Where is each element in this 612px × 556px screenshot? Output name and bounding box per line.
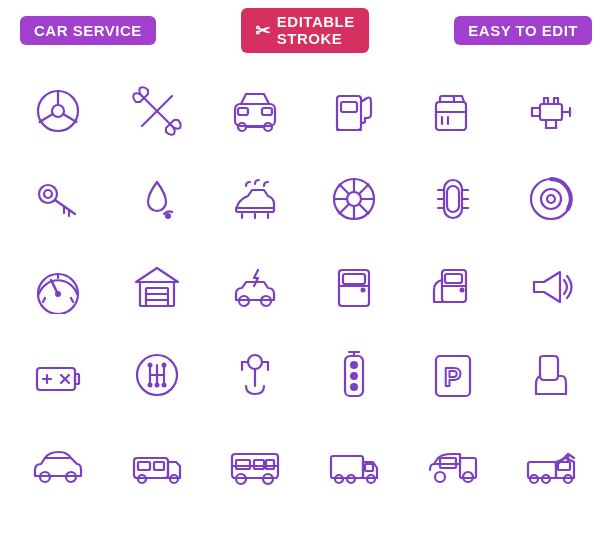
steering-wheel-icon	[10, 67, 106, 155]
oil-drop-icon	[109, 155, 205, 243]
svg-point-34	[44, 190, 52, 198]
svg-rect-118	[138, 462, 150, 470]
svg-point-63	[547, 195, 555, 203]
pickup-icon	[405, 419, 501, 507]
icons-grid: P	[0, 61, 612, 517]
svg-rect-9	[262, 108, 272, 115]
svg-point-94	[147, 363, 152, 368]
svg-line-51	[359, 185, 369, 195]
sedan-icon	[10, 419, 106, 507]
svg-rect-23	[544, 98, 548, 104]
gear-shift-icon	[207, 331, 303, 419]
seat-icon	[503, 331, 599, 419]
svg-rect-18	[440, 96, 454, 102]
wrench-cross-icon	[109, 67, 205, 155]
car-wash-icon	[207, 155, 303, 243]
svg-rect-22	[540, 104, 562, 120]
svg-point-1	[52, 105, 64, 117]
svg-rect-54	[447, 186, 459, 212]
gear-shift-circle-icon	[109, 331, 205, 419]
horn-icon	[503, 243, 599, 331]
svg-point-139	[435, 472, 445, 482]
engine-icon	[503, 67, 599, 155]
tire-icon	[405, 155, 501, 243]
header: CAR SERVICE ✂ EDITABLE STROKE EASY TO ED…	[0, 0, 612, 61]
gas-pump-icon	[306, 67, 402, 155]
svg-rect-84	[75, 374, 79, 384]
svg-point-106	[350, 361, 358, 369]
svg-point-38	[165, 213, 171, 219]
brake-disc-icon	[503, 155, 599, 243]
fuel-can-icon	[405, 67, 501, 155]
tow-truck-icon	[503, 419, 599, 507]
car-door-open-icon	[405, 243, 501, 331]
svg-line-50	[359, 204, 369, 214]
parking-icon: P	[405, 331, 501, 419]
svg-point-96	[147, 383, 152, 388]
svg-rect-119	[154, 462, 164, 470]
svg-rect-24	[554, 98, 558, 104]
badge-car-service: CAR SERVICE	[20, 16, 156, 45]
svg-line-3	[40, 114, 53, 122]
rv-large-icon	[207, 419, 303, 507]
battery-icon	[10, 331, 106, 419]
svg-rect-17	[436, 102, 466, 130]
svg-rect-78	[343, 274, 365, 284]
scissors-icon: ✂	[255, 20, 271, 42]
svg-point-82	[459, 288, 464, 293]
svg-line-49	[339, 185, 349, 195]
svg-point-62	[541, 189, 561, 209]
svg-rect-131	[331, 456, 363, 478]
svg-rect-124	[236, 460, 250, 469]
traffic-light-icon	[306, 331, 402, 419]
svg-point-108	[350, 383, 358, 391]
svg-rect-126	[266, 460, 274, 469]
svg-marker-70	[136, 268, 178, 282]
truck-icon	[306, 419, 402, 507]
svg-point-107	[350, 372, 358, 380]
svg-point-79	[360, 288, 365, 293]
svg-line-69	[71, 298, 73, 302]
svg-point-98	[161, 383, 166, 388]
svg-rect-8	[238, 108, 248, 115]
badge-easy-to-edit: EASY TO EDIT	[454, 16, 592, 45]
svg-point-66	[55, 291, 61, 297]
svg-text:P: P	[444, 362, 461, 392]
rv-small-icon	[109, 419, 205, 507]
car-front-icon	[207, 67, 303, 155]
car-door-icon	[306, 243, 402, 331]
electric-car-icon	[207, 243, 303, 331]
svg-line-52	[339, 204, 349, 214]
svg-point-99	[248, 355, 262, 369]
svg-rect-14	[341, 102, 357, 112]
svg-rect-72	[146, 288, 168, 306]
svg-point-95	[161, 363, 166, 368]
svg-point-97	[154, 383, 159, 388]
svg-line-67	[43, 298, 45, 302]
svg-rect-81	[445, 274, 462, 283]
garage-icon	[109, 243, 205, 331]
svg-line-4	[63, 114, 76, 122]
key-icon	[10, 155, 106, 243]
speedometer-icon	[10, 243, 106, 331]
wheel-icon	[306, 155, 402, 243]
svg-rect-125	[254, 460, 264, 469]
badge-editable-stroke: ✂ EDITABLE STROKE	[241, 8, 368, 53]
svg-rect-132	[365, 464, 373, 471]
